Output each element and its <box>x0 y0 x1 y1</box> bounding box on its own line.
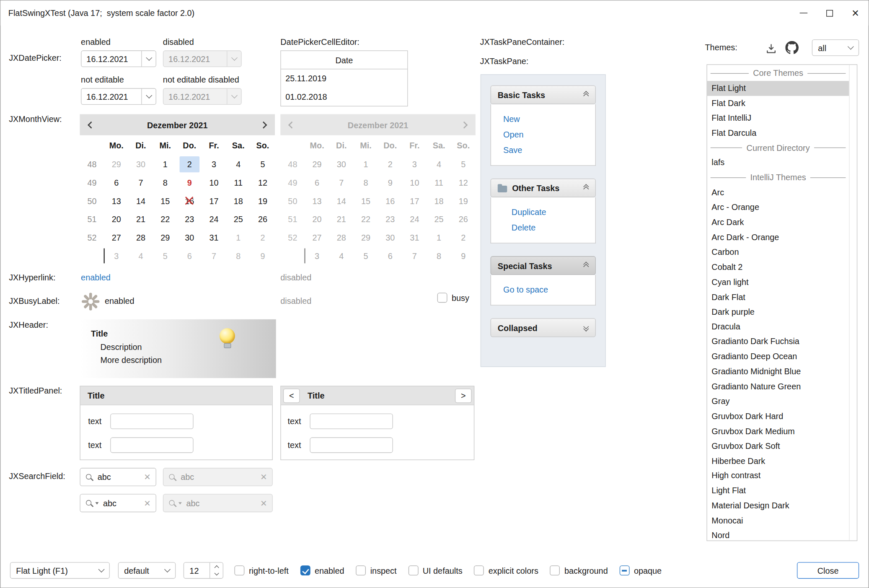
next-month-icon[interactable] <box>260 121 267 128</box>
theme-item[interactable]: Flat Light <box>707 81 849 96</box>
hyperlink-enabled[interactable]: enabled <box>81 273 111 282</box>
searchfield-menu-enabled[interactable]: abc ✕ <box>80 494 156 513</box>
date-table-row[interactable]: 01.02.2018 <box>281 88 408 106</box>
calendar-day[interactable]: 15 <box>153 192 177 210</box>
checkbox-opaque[interactable]: opaque <box>619 565 662 575</box>
theme-item[interactable]: Gradianto Nature Green <box>707 379 849 394</box>
text-input[interactable] <box>110 414 193 429</box>
spinner-buttons[interactable] <box>209 563 223 578</box>
theme-item[interactable]: Arc Dark - Orange <box>707 230 849 245</box>
theme-item[interactable]: Gruvbox Dark Hard <box>707 409 849 424</box>
theme-item[interactable]: Flat Dark <box>707 96 849 111</box>
expand-icon[interactable] <box>584 324 588 331</box>
taskpane-header[interactable]: Basic Tasks <box>491 85 596 104</box>
maximize-button[interactable] <box>816 0 842 26</box>
theme-item[interactable]: Gruvbox Dark Medium <box>707 424 849 439</box>
collapse-icon[interactable] <box>584 92 588 98</box>
calendar-day[interactable]: 2 <box>177 155 202 174</box>
calendar-day[interactable]: 21 <box>129 210 153 228</box>
decrement-icon[interactable] <box>214 571 219 575</box>
searchfield-enabled[interactable]: abc ✕ <box>80 468 156 486</box>
taskpane-link[interactable]: New <box>503 111 595 127</box>
theme-item[interactable]: Dark Flat <box>707 290 849 305</box>
search-menu-arrow-icon[interactable] <box>96 502 99 504</box>
calendar-day[interactable]: 9 <box>177 174 202 192</box>
theme-item[interactable]: Nord <box>707 528 849 541</box>
close-window-button[interactable]: × <box>843 0 869 26</box>
theme-item[interactable]: Cobalt 2 <box>707 260 849 275</box>
datepicker-value[interactable]: 16.12.2021 <box>81 92 141 101</box>
checkbox-box[interactable] <box>619 565 629 575</box>
previous-month-icon[interactable] <box>88 121 95 128</box>
increment-icon[interactable] <box>214 565 219 570</box>
datepicker-dropdown-button[interactable] <box>141 51 155 67</box>
font-size-spinner[interactable]: 12 <box>184 562 223 579</box>
spinner-value[interactable]: 12 <box>184 566 209 575</box>
theme-item[interactable]: Gradianto Deep Ocean <box>707 350 849 365</box>
calendar-day[interactable]: 30 <box>177 228 202 247</box>
checkbox-box[interactable] <box>550 565 560 575</box>
calendar-day[interactable]: 10 <box>202 174 226 192</box>
laf-combo[interactable]: Flat Light (F1) <box>10 562 110 579</box>
taskpane-header[interactable]: Collapsed <box>491 318 596 337</box>
table-column-header[interactable]: Date <box>281 51 408 70</box>
checkbox-box[interactable] <box>474 565 484 575</box>
calendar-day[interactable]: 28 <box>129 228 153 247</box>
checkbox-box[interactable] <box>356 565 366 575</box>
datepicker-value[interactable]: 16.12.2021 <box>81 54 141 63</box>
calendar-day[interactable]: 11 <box>226 174 251 192</box>
calendar-day[interactable]: 5 <box>251 155 275 174</box>
calendar-day[interactable]: 27 <box>104 228 129 247</box>
collapse-icon[interactable] <box>584 185 588 191</box>
calendar-day[interactable]: 20 <box>104 210 129 228</box>
calendar-day[interactable]: 23 <box>177 210 202 228</box>
minimize-button[interactable] <box>790 0 816 26</box>
calendar-day[interactable]: 29 <box>104 155 129 174</box>
theme-item[interactable]: Monocai <box>707 513 849 528</box>
theme-item[interactable]: Light Flat <box>707 484 849 499</box>
calendar-day[interactable]: 13 <box>104 192 129 210</box>
font-combo[interactable]: default <box>118 562 176 579</box>
theme-item[interactable]: Material Design Dark <box>707 498 849 513</box>
calendar-day[interactable]: 6 <box>177 247 202 265</box>
checkbox-background[interactable]: background <box>550 565 608 575</box>
calendar-day[interactable]: 22 <box>153 210 177 228</box>
calendar-day[interactable]: 16 <box>177 192 202 210</box>
calendar-day[interactable]: 17 <box>202 192 226 210</box>
calendar-day[interactable]: 1 <box>153 155 177 174</box>
collapse-icon[interactable] <box>584 262 588 269</box>
calendar-day[interactable]: 7 <box>129 174 153 192</box>
calendar-day[interactable]: 1 <box>226 228 251 247</box>
checkbox-box[interactable] <box>437 293 447 303</box>
datepicker-enabled[interactable]: 16.12.2021 <box>81 50 156 67</box>
calendar-day[interactable]: 9 <box>251 247 275 265</box>
checkbox-inspect[interactable]: inspect <box>356 565 396 575</box>
search-value[interactable]: abc <box>103 498 140 508</box>
checkbox-right-to-left[interactable]: right-to-left <box>235 565 289 575</box>
taskpane-header[interactable]: Special Tasks <box>491 256 596 275</box>
title-left-button[interactable]: < <box>283 389 300 403</box>
taskpane-link[interactable]: Go to space <box>503 282 595 298</box>
calendar-day[interactable]: 18 <box>226 192 251 210</box>
clear-icon[interactable]: ✕ <box>144 472 151 482</box>
theme-item[interactable]: Carbon <box>707 245 849 260</box>
checkbox-explicit-colors[interactable]: explicit colors <box>474 565 538 575</box>
text-input[interactable] <box>110 438 193 453</box>
calendar-day[interactable]: 2 <box>251 228 275 247</box>
theme-item[interactable]: Gradianto Midnight Blue <box>707 364 849 379</box>
calendar-day[interactable]: 3 <box>202 155 226 174</box>
datepicker-not-editable[interactable]: 16.12.2021 <box>81 88 156 105</box>
title-right-button[interactable]: > <box>455 389 472 403</box>
calendar-day[interactable]: 8 <box>226 247 251 265</box>
calendar-day[interactable]: 14 <box>129 192 153 210</box>
theme-item[interactable]: Gruvbox Dark Soft <box>707 439 849 454</box>
taskpane-link[interactable]: Duplicate <box>512 205 595 220</box>
calendar-day[interactable]: 4 <box>129 247 153 265</box>
taskpane-link[interactable]: Open <box>503 127 595 142</box>
calendar-day[interactable]: 25 <box>226 210 251 228</box>
theme-item[interactable]: High contrast <box>707 469 849 484</box>
date-table-row[interactable]: 25.11.2019 <box>281 69 408 88</box>
theme-item[interactable]: Dracula <box>707 319 849 334</box>
datepicker-dropdown-button[interactable] <box>141 89 155 104</box>
taskpane-link[interactable]: Delete <box>512 220 595 236</box>
